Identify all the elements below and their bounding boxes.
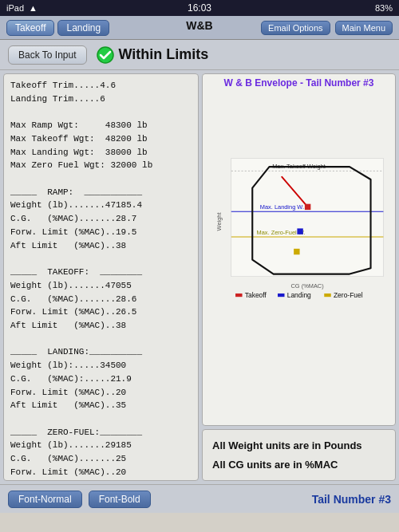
status-bar: iPad ▲ 16:03 83% [0, 0, 399, 16]
wb-data-text: Takeoff Trim.....4.6 Landing Trim.....6 … [10, 79, 192, 481]
y-axis-label: Weight [215, 212, 223, 231]
weight-units-line: All Weight units are in Pounds [212, 436, 385, 455]
units-area: All Weight units are in Pounds All CG un… [202, 429, 396, 481]
svg-rect-6 [235, 294, 242, 297]
check-circle-icon [97, 46, 114, 64]
status-time: 16:03 [188, 2, 211, 14]
zerofuel-point [294, 249, 299, 254]
tab-landing[interactable]: Landing [57, 20, 109, 36]
legend-takeoff: Takeoff [245, 291, 267, 299]
main-content: Takeoff Trim.....4.6 Landing Trim.....6 … [0, 70, 399, 484]
back-to-input-button[interactable]: Back To Input [8, 45, 87, 65]
battery-indicator: 83% [375, 3, 393, 13]
cg-units-line: All CG units are in %MAC [212, 455, 385, 474]
x-axis-label: CG (%MAC) [291, 282, 324, 290]
legend-landing: Landing [287, 291, 311, 299]
right-panel: W & B Envelope - Tail Number #3 Max. Tak… [202, 73, 396, 481]
tail-number-label: Tail Number #3 [312, 493, 391, 506]
nav-tabs: Takeoff Landing [6, 20, 109, 36]
svg-rect-1 [231, 158, 384, 276]
svg-rect-8 [324, 294, 330, 297]
page-title: W&B [186, 19, 212, 32]
action-bar: Back To Input Within Limits [0, 40, 399, 70]
bottom-bar: Font-Normal Font-Bold Tail Number #3 [0, 484, 399, 513]
status-indicator: Within Limits [97, 46, 209, 64]
battery-text: 83% [375, 3, 393, 13]
nav-bar: Takeoff Landing W&B Email Options Main M… [0, 16, 399, 40]
email-options-button[interactable]: Email Options [261, 21, 330, 35]
status-left: iPad ▲ [6, 3, 38, 13]
nav-right-buttons: Email Options Main Menu [261, 21, 393, 35]
wb-envelope-chart: Max. Takeoff Weight Max. Landing W. Max.… [206, 90, 392, 387]
within-limits-label: Within Limits [119, 46, 209, 63]
font-buttons: Font-Normal Font-Bold [8, 491, 151, 508]
font-bold-button[interactable]: Font-Bold [89, 491, 151, 508]
landing-point [297, 228, 302, 234]
ipad-label: iPad [6, 3, 24, 13]
svg-rect-7 [278, 294, 284, 297]
chart-area: W & B Envelope - Tail Number #3 Max. Tak… [202, 73, 396, 426]
main-menu-button[interactable]: Main Menu [335, 21, 393, 35]
max-landing-label: Max. Landing W. [260, 203, 304, 211]
takeoff-point [305, 204, 310, 210]
font-normal-button[interactable]: Font-Normal [8, 491, 82, 508]
chart-title: W & B Envelope - Tail Number #3 [206, 77, 392, 89]
wifi-icon: ▲ [29, 3, 38, 13]
legend-zerofuel: Zero-Fuel [334, 291, 363, 299]
tab-takeoff[interactable]: Takeoff [6, 20, 54, 36]
left-data-panel: Takeoff Trim.....4.6 Landing Trim.....6 … [3, 73, 199, 481]
